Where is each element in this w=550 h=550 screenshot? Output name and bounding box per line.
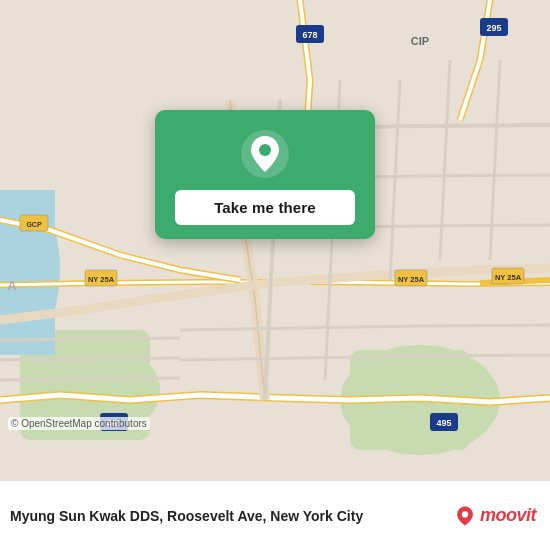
svg-text:NY 25A: NY 25A <box>495 273 522 282</box>
location-info: Myung Sun Kwak DDS, Roosevelt Ave, New Y… <box>10 508 454 524</box>
location-pin-icon <box>239 128 291 180</box>
svg-rect-1 <box>0 0 180 160</box>
map-svg: 678 295 495 495 NY 25A NY 25A NY 25A GCP… <box>0 0 550 480</box>
map-view[interactable]: 678 295 495 495 NY 25A NY 25A NY 25A GCP… <box>0 0 550 480</box>
moovit-pin-icon <box>454 505 476 527</box>
svg-text:295: 295 <box>486 23 501 33</box>
take-me-there-button[interactable]: Take me there <box>175 190 355 225</box>
action-card: Take me there <box>155 110 375 239</box>
pin-icon-wrap <box>239 128 291 180</box>
moovit-logo: moovit <box>454 505 536 527</box>
bottom-bar: Myung Sun Kwak DDS, Roosevelt Ave, New Y… <box>0 480 550 550</box>
svg-text:678: 678 <box>302 30 317 40</box>
svg-point-32 <box>462 511 468 517</box>
svg-text:GCP: GCP <box>26 221 42 228</box>
svg-text:CIP: CIP <box>411 35 429 47</box>
copyright-text: © OpenStreetMap contributors <box>8 417 150 430</box>
location-name: Myung Sun Kwak DDS, Roosevelt Ave, New Y… <box>10 508 454 524</box>
svg-text:NY 25A: NY 25A <box>88 275 115 284</box>
svg-text:NY 25A: NY 25A <box>398 275 425 284</box>
moovit-label: moovit <box>480 505 536 526</box>
svg-point-31 <box>259 144 271 156</box>
svg-text:495: 495 <box>436 418 451 428</box>
svg-text:A: A <box>7 278 17 293</box>
